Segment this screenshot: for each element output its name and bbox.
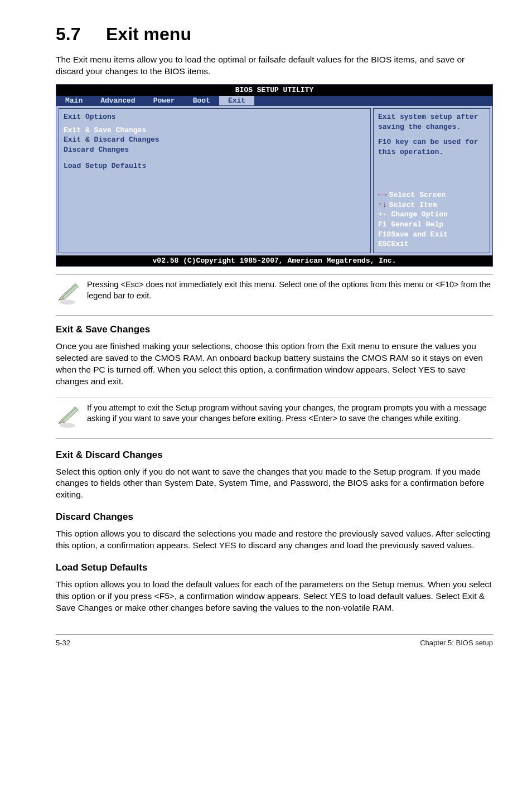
bios-tab-bar: Main Advanced Power Boot Exit bbox=[56, 96, 492, 107]
bios-right-pane: Exit system setup after saving the chang… bbox=[373, 108, 490, 253]
menu-discard: Discard Changes bbox=[64, 145, 366, 155]
note-box-1: Pressing <Esc> does not immediately exit… bbox=[56, 274, 493, 316]
intro-paragraph: The Exit menu items allow you to load th… bbox=[56, 54, 493, 78]
tab-advanced: Advanced bbox=[91, 96, 144, 106]
menu-load-defaults: Load Setup Defaults bbox=[64, 161, 366, 171]
tab-boot: Boot bbox=[184, 96, 219, 106]
page-footer: 5-32 Chapter 5: BIOS setup bbox=[56, 634, 493, 648]
bios-title-bar: BIOS SETUP UTILITY bbox=[56, 85, 492, 96]
bios-left-pane: Exit Options Exit & Save Changes Exit & … bbox=[59, 108, 371, 253]
exit-options-header: Exit Options bbox=[64, 112, 366, 122]
note-text-2: If you attempt to exit the Setup program… bbox=[84, 403, 493, 424]
section-2-title: Exit & Discard Changes bbox=[56, 449, 493, 462]
footer-chapter: Chapter 5: BIOS setup bbox=[420, 638, 493, 648]
svg-line-3 bbox=[62, 284, 76, 297]
note-text-1: Pressing <Esc> does not immediately exit… bbox=[84, 279, 493, 301]
section-1-title: Exit & Save Changes bbox=[56, 323, 493, 336]
nav-change-option: +- Change Option bbox=[378, 210, 485, 220]
nav-save-exit: F10Save and Exit bbox=[378, 230, 485, 240]
menu-exit-save: Exit & Save Changes bbox=[64, 125, 366, 136]
section-4-title: Load Setup Defaults bbox=[56, 562, 493, 574]
heading-title: Exit menu bbox=[106, 24, 191, 44]
tab-exit: Exit bbox=[219, 96, 254, 106]
nav-select-screen: Select Screen bbox=[378, 190, 485, 200]
footer-page-number: 5-32 bbox=[56, 638, 70, 648]
help-text-1: Exit system setup after saving the chang… bbox=[378, 112, 485, 132]
section-3-body: This option allows you to discard the se… bbox=[56, 528, 493, 552]
section-3-title: Discard Changes bbox=[56, 511, 493, 524]
svg-point-4 bbox=[60, 423, 75, 428]
nav-esc-exit: ESCExit bbox=[378, 239, 485, 249]
menu-exit-discard: Exit & Discard Changes bbox=[64, 135, 366, 145]
section-2-body: Select this option only if you do not wa… bbox=[56, 466, 493, 501]
pencil-icon bbox=[56, 279, 84, 308]
nav-general-help: F1 General Help bbox=[378, 220, 485, 230]
tab-power: Power bbox=[144, 96, 184, 106]
svg-line-7 bbox=[62, 408, 76, 421]
nav-select-item: Select Item bbox=[378, 200, 485, 210]
tab-main: Main bbox=[56, 96, 91, 106]
help-text-2: F10 key can be used for this operation. bbox=[378, 137, 485, 157]
page-heading: 5.7Exit menu bbox=[56, 22, 493, 46]
bios-screenshot: BIOS SETUP UTILITY Main Advanced Power B… bbox=[56, 84, 493, 267]
svg-point-0 bbox=[60, 300, 75, 305]
note-box-2: If you attempt to exit the Setup program… bbox=[56, 398, 493, 439]
heading-number: 5.7 bbox=[56, 22, 106, 46]
bios-footer-bar: v02.58 (C)Copyright 1985-2007, American … bbox=[56, 255, 492, 267]
pencil-icon bbox=[56, 403, 84, 432]
section-1-body: Once you are finished making your select… bbox=[56, 341, 493, 388]
section-4-body: This option allows you to load the defau… bbox=[56, 579, 493, 614]
bios-body: Exit Options Exit & Save Changes Exit & … bbox=[56, 106, 492, 255]
